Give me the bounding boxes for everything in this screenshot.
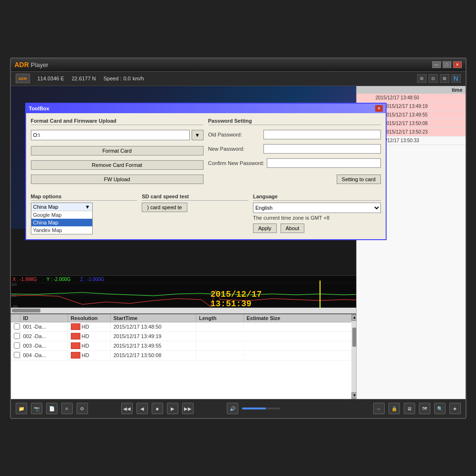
row-checkbox[interactable] bbox=[14, 323, 20, 330]
table-row[interactable]: 001 -Da... HD 2015/12/17 13:48:50 bbox=[11, 322, 358, 332]
minimize-button[interactable]: — bbox=[432, 61, 441, 68]
sd-speed-test-button[interactable]: ) card speed te bbox=[142, 203, 187, 212]
map-dropdown-header[interactable]: China Map ▼ bbox=[31, 203, 92, 211]
map-options-section: Map options China Map ▼ Google Map China… bbox=[31, 194, 137, 234]
col-size: Estimate Size bbox=[244, 314, 358, 322]
rewind-button[interactable]: ◀◀ bbox=[121, 403, 133, 414]
timestamp-time: 13:51:39 bbox=[211, 299, 262, 309]
old-password-label: Old Password: bbox=[208, 132, 261, 137]
confirm-password-input[interactable] bbox=[267, 158, 380, 168]
row-checkbox[interactable] bbox=[14, 333, 20, 339]
table-row[interactable]: 004 -Da... HD 2015/12/17 13:50:08 bbox=[11, 351, 358, 360]
table-row[interactable]: 003 -Da... HD 2015/12/17 13:49:55 bbox=[11, 341, 358, 351]
icon-2[interactable]: ⊟ bbox=[428, 74, 438, 83]
apply-button[interactable]: Apply bbox=[253, 223, 277, 233]
pb-icon-1[interactable]: ↔ bbox=[373, 403, 385, 414]
app-window: ADR Player — □ ✕ ADR 114.0346 E 22.6177 … bbox=[10, 58, 466, 419]
scroll-thumb[interactable] bbox=[12, 309, 40, 312]
format-card-button[interactable]: Format Card bbox=[31, 146, 204, 155]
stop-button[interactable]: ■ bbox=[152, 403, 163, 414]
dialog-close-button[interactable]: ✕ bbox=[375, 105, 383, 112]
map-item-google[interactable]: Google Map bbox=[31, 211, 92, 219]
about-button[interactable]: About bbox=[281, 223, 305, 233]
map-item-china[interactable]: China Map bbox=[31, 219, 92, 226]
volume-slider[interactable] bbox=[242, 408, 280, 409]
list-item[interactable]: 2015/12/17 13:48:50 bbox=[357, 94, 466, 102]
pb-icon-3[interactable]: 🖥 bbox=[404, 403, 415, 414]
row-check[interactable] bbox=[11, 341, 20, 350]
row-check[interactable] bbox=[11, 322, 20, 331]
pb-icon-4[interactable]: 🗺 bbox=[419, 403, 430, 414]
volume-icon[interactable]: 🔊 bbox=[227, 403, 238, 414]
pb-icon-5[interactable]: 🔍 bbox=[434, 403, 446, 414]
language-select[interactable]: English bbox=[253, 203, 381, 213]
table-row[interactable]: 002 -Da... HD 2015/12/17 13:49:19 bbox=[11, 332, 358, 341]
setting-to-card-button[interactable]: Setting to card bbox=[337, 175, 381, 184]
sd-section-title: SD card speed test bbox=[142, 194, 248, 201]
row-start: 2015/12/17 13:50:08 bbox=[111, 351, 196, 359]
row-size bbox=[244, 326, 358, 328]
row-res: HD bbox=[68, 351, 111, 359]
speed-unit: km/h bbox=[133, 76, 144, 81]
row-length bbox=[196, 354, 244, 356]
forward-button[interactable]: ▶▶ bbox=[182, 403, 194, 414]
new-password-label: New Password: bbox=[208, 146, 261, 152]
folder-button[interactable]: 📁 bbox=[16, 403, 27, 414]
remove-format-button[interactable]: Remove Card Format bbox=[31, 160, 204, 170]
dialog-bottom: Map options China Map ▼ Google Map China… bbox=[26, 191, 386, 239]
list-button[interactable]: ≡ bbox=[61, 403, 73, 414]
file-button[interactable]: 📄 bbox=[46, 403, 58, 414]
row-checkbox[interactable] bbox=[14, 342, 20, 349]
timezone-text: The current time zone is GMT +8 bbox=[253, 215, 381, 221]
event-time: 2015/12/17 13:48:50 bbox=[376, 95, 419, 100]
map-dropdown[interactable]: China Map ▼ Google Map China Map Yandex … bbox=[31, 203, 93, 234]
settings-button[interactable]: ⚙ bbox=[77, 403, 88, 414]
col-length: Length bbox=[196, 314, 244, 322]
event-time: 2015/12/17 13:49:55 bbox=[384, 112, 428, 117]
longitude-value: 114.0346 bbox=[38, 76, 59, 81]
row-checkbox[interactable] bbox=[14, 352, 20, 358]
row-res: HD bbox=[68, 322, 111, 331]
new-password-input[interactable] bbox=[263, 144, 381, 154]
file-type-icon bbox=[71, 342, 80, 349]
fw-upload-button[interactable]: FW Upload bbox=[31, 175, 204, 184]
file-list-body: 001 -Da... HD 2015/12/17 13:48:50 002 -D… bbox=[11, 322, 358, 399]
map-item-yandex[interactable]: Yandex Map bbox=[31, 226, 92, 234]
pb-icon-2[interactable]: 🔒 bbox=[389, 403, 400, 414]
language-title: Language bbox=[253, 194, 381, 201]
brand-logo: ADR bbox=[16, 74, 30, 83]
path-dropdown-btn[interactable]: ▼ bbox=[192, 130, 204, 140]
row-res: HD bbox=[68, 332, 111, 340]
old-password-input[interactable] bbox=[263, 130, 381, 139]
row-id: 002 -Da... bbox=[20, 332, 68, 340]
map-dropdown-list: Google Map China Map Yandex Map bbox=[31, 211, 92, 234]
sensor-y-label: Y : -2.000G bbox=[47, 277, 71, 282]
path-input[interactable] bbox=[31, 130, 190, 140]
row-check[interactable] bbox=[11, 332, 20, 341]
dialog-title: ToolBox bbox=[29, 106, 49, 111]
app-logo: ADR bbox=[15, 61, 29, 68]
icon-3[interactable]: ⊠ bbox=[440, 74, 449, 83]
sensor-x-label: X : -1.998G bbox=[13, 277, 37, 282]
language-section: Language English The current time zone i… bbox=[253, 194, 381, 234]
back-button[interactable]: ◀ bbox=[136, 403, 148, 414]
col-check bbox=[11, 314, 20, 322]
app-title: Player bbox=[31, 61, 49, 68]
camera-button[interactable]: 📷 bbox=[31, 403, 42, 414]
event-time: 2015/12/17 13:49:19 bbox=[384, 104, 428, 109]
pb-icon-6[interactable]: ★ bbox=[449, 403, 461, 414]
maximize-button[interactable]: □ bbox=[443, 61, 451, 68]
icon-1[interactable]: ⊞ bbox=[417, 74, 427, 83]
row-length bbox=[196, 326, 244, 328]
event-list-header: time bbox=[357, 86, 466, 94]
playback-bar: 📁 📷 📄 ≡ ⚙ ◀◀ ◀ ■ ▶ ▶▶ 🔊 ↔ 🔒 🖥 🗺 🔍 ★ bbox=[11, 399, 466, 418]
horizontal-scrollbar[interactable] bbox=[11, 308, 358, 313]
file-type-icon bbox=[71, 352, 80, 359]
play-button[interactable]: ▶ bbox=[167, 403, 178, 414]
map-selected-value: China Map bbox=[33, 204, 58, 210]
format-section-title: Format Card and Firmware Upload bbox=[31, 118, 204, 125]
close-button[interactable]: ✕ bbox=[453, 61, 462, 68]
row-check[interactable] bbox=[11, 351, 20, 360]
path-row: ▼ bbox=[31, 130, 204, 140]
file-type-icon bbox=[71, 333, 80, 340]
